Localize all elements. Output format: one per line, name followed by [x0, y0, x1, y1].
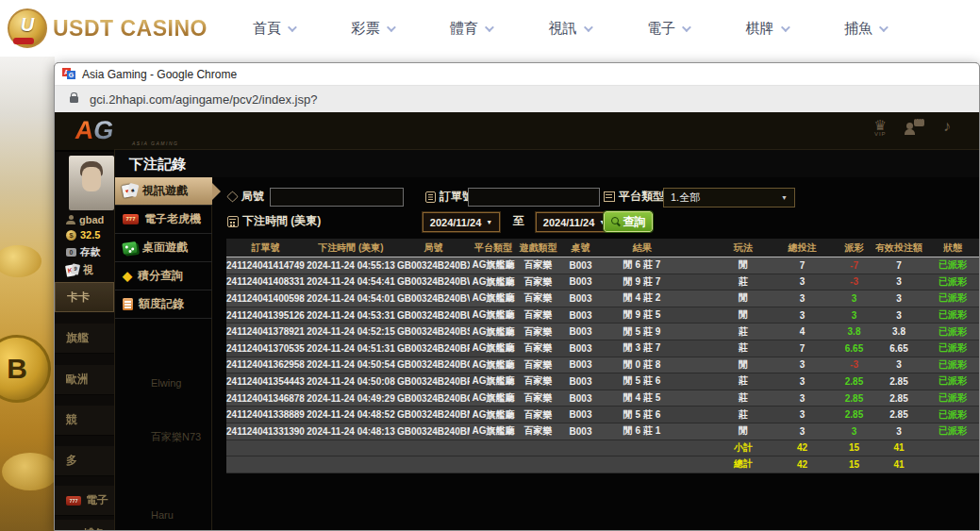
brand-logo-letter: U — [9, 14, 45, 36]
platform-select-value: 1.全部 — [671, 191, 700, 205]
date-to-picker[interactable]: 2024/11/24 ▼ — [536, 212, 613, 232]
cell-order: 241124041414749 — [226, 260, 305, 271]
cell-game: 百家樂 — [517, 408, 559, 422]
cell-bet: 3 — [772, 393, 833, 404]
cell-game: 百家樂 — [517, 341, 559, 355]
panel-menu-item-4[interactable]: 額度記錄 — [115, 290, 212, 319]
cell-round: GB00324B240BR — [397, 343, 470, 354]
panel-menu-item-2[interactable]: 桌面遊戲 — [115, 234, 212, 262]
cell-valid: 6.65 — [875, 343, 922, 354]
cell-round: GB00324B240BP — [397, 376, 470, 387]
subtotal-bet: 42 — [772, 442, 833, 453]
deposit-row[interactable]: 0 存款 — [66, 245, 101, 259]
bg-menu-item-label: 旗艦 — [66, 330, 89, 346]
video-row[interactable]: 視 — [66, 263, 93, 277]
bg-menu-item-0[interactable]: 卡卡 — [55, 282, 114, 312]
cell-result: 閒 5 莊 9 — [602, 325, 682, 339]
customer-service-icon[interactable] — [905, 118, 924, 137]
chevron-down-icon — [386, 23, 395, 32]
doc-icon — [123, 298, 133, 310]
cell-order: 241124041338889 — [226, 409, 305, 420]
chrome-urlbar[interactable]: gci.2hhapi.com/agingame/pcv2/index.jsp? — [55, 86, 979, 112]
cell-round: GB00324B240BS — [397, 326, 470, 337]
vip-label: VIP — [874, 131, 887, 137]
url-text: gci.2hhapi.com/agingame/pcv2/index.jsp? — [90, 92, 317, 107]
cell-table: B003 — [559, 393, 602, 404]
bg-menu-item-2[interactable]: 歐洲 — [55, 365, 114, 395]
deposit-label: 存款 — [80, 245, 101, 259]
cell-table: B003 — [559, 343, 602, 354]
cell-order: 241124041400598 — [226, 293, 305, 304]
vip-icon[interactable]: ♛ VIP — [874, 118, 887, 137]
table-row: 2411240414005982024-11-24 04:54:01GB0032… — [226, 290, 980, 307]
platform-select[interactable]: 1.全部 ▼ — [663, 188, 795, 207]
panel-menu-item-1[interactable]: 777電子老虎機 — [115, 206, 212, 234]
cell-time: 2024-11-24 04:55:13 — [305, 260, 397, 271]
tag-icon — [226, 191, 238, 202]
cell-payout: 3 — [833, 293, 875, 304]
nav-item-3[interactable]: 視訊 — [549, 20, 590, 38]
table-header-cell: 桌號 — [559, 241, 602, 255]
nav-item-2[interactable]: 體育 — [450, 20, 491, 38]
bg-menu-item-5[interactable]: 777電子 — [55, 486, 114, 516]
total-valid: 41 — [875, 459, 922, 470]
cell-result: 閒 4 莊 5 — [602, 391, 682, 405]
nav-item-5[interactable]: 棋牌 — [746, 20, 788, 38]
cell-valid: 3 — [875, 276, 922, 287]
brand[interactable]: U USDT CASINO — [8, 8, 224, 48]
money-icon: $ — [66, 230, 76, 241]
cell-result: 閒 4 莊 2 — [602, 291, 682, 305]
nav-item-6[interactable]: 捕魚 — [844, 20, 886, 38]
nav-item-label: 體育 — [450, 20, 478, 38]
order-label-group: 訂單號 — [425, 189, 473, 205]
cell-valid: 3 — [875, 359, 922, 370]
cell-time: 2024-11-24 04:52:15 — [305, 326, 397, 337]
platform-label-group: 平台類型 — [604, 189, 664, 205]
cell-game: 百家樂 — [517, 358, 559, 372]
table-header-cell: 狀態 — [922, 241, 980, 255]
cell-time: 2024-11-24 04:50:08 — [305, 376, 397, 387]
date-from-picker[interactable]: 2024/11/24 ▼ — [423, 212, 500, 232]
cell-valid: 3 — [875, 426, 922, 437]
panel-menu-item-3[interactable]: ◆積分查詢 — [115, 262, 212, 290]
round-input[interactable] — [270, 188, 404, 207]
bg-menu-item-1[interactable]: 旗艦 — [55, 324, 114, 354]
bg-menu-item-3[interactable]: 競 — [55, 406, 114, 436]
order-input[interactable] — [468, 188, 600, 207]
cell-result: 閒 0 莊 8 — [602, 358, 682, 372]
cell-order: 241124041408331 — [226, 276, 305, 287]
cell-playtype: 閒 — [715, 258, 772, 272]
nav-item-4[interactable]: 電子 — [647, 20, 689, 38]
table-icon — [122, 241, 138, 255]
screen: U USDT CASINO 首頁彩票體育視訊電子棋牌捕魚 B AG Asia G… — [0, 0, 980, 531]
panel-menu-item-label: 視訊遊戲 — [142, 183, 188, 199]
panel-menu-item-0[interactable]: 視訊遊戲 — [115, 177, 212, 206]
bg-menu-item-4[interactable]: 多 — [55, 446, 114, 476]
panel-menu-item-label: 積分查詢 — [138, 268, 183, 284]
cell-bet: 3 — [772, 426, 833, 437]
total-row: 總計421541 — [226, 456, 980, 473]
cell-result: 閒 5 莊 6 — [602, 408, 682, 422]
time-label-group: 下注時間 (美東) — [227, 213, 321, 229]
table-row: 2411240413789212024-11-24 04:52:15GB0032… — [226, 324, 980, 340]
subtotal-row: 小計421541 — [226, 440, 980, 457]
nav-item-0[interactable]: 首頁 — [253, 20, 294, 38]
cell-round: GB00324B240BQ — [397, 359, 470, 370]
video-label: 視 — [83, 263, 93, 277]
person-icon — [66, 215, 75, 224]
cell-time: 2024-11-24 04:51:31 — [305, 343, 397, 354]
music-icon[interactable]: ♪ — [943, 118, 951, 137]
cell-payout: 3 — [833, 426, 875, 437]
table-row: 2411240413313902024-11-24 04:48:13GB0032… — [226, 423, 980, 440]
subtotal-payout: 15 — [833, 442, 875, 453]
cell-payout: 6.65 — [833, 343, 875, 354]
chevron-down-icon: ▼ — [486, 219, 492, 225]
search-icon — [611, 217, 621, 226]
chrome-titlebar[interactable]: AG Asia Gaming - Google Chrome — [55, 63, 979, 86]
bg-menu-item-6[interactable]: 捕魚 — [55, 520, 114, 531]
nav-item-1[interactable]: 彩票 — [352, 20, 393, 38]
cell-round: GB00324B240BM — [397, 426, 470, 437]
search-button[interactable]: 查詢 — [604, 211, 653, 232]
cell-status: 已派彩 — [922, 258, 980, 272]
avatar[interactable] — [69, 156, 114, 210]
